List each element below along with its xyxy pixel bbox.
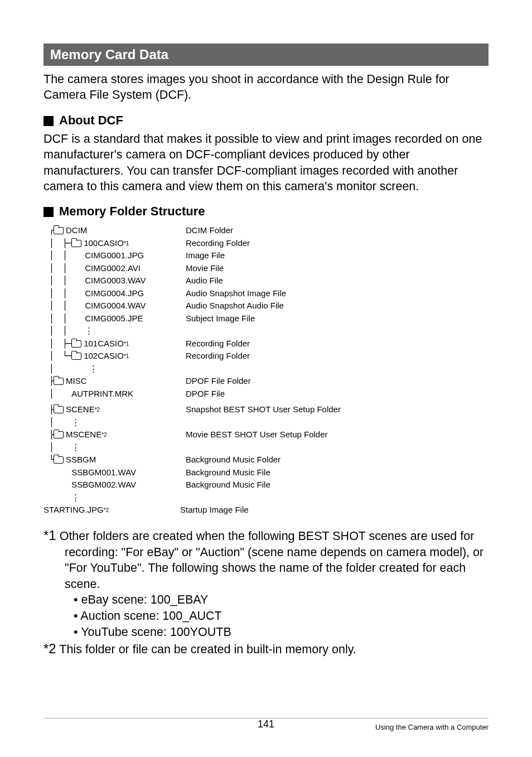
tree-node: CIMG0005.JPE (85, 312, 143, 325)
subhead-about-dcf-label: About DCF (59, 113, 123, 128)
footer-right-text: Using the Camera with a Computer (375, 723, 489, 731)
footnote-2-text: This folder or file can be created in bu… (59, 643, 356, 656)
footnote-1: *1 Other folders are created when the fo… (43, 527, 489, 592)
folder-icon (54, 431, 64, 438)
tree-node: CIMG0003.WAV (85, 274, 146, 287)
tree-sup: *2 (104, 506, 109, 514)
tree-desc: Audio File (186, 274, 223, 287)
tree-node: SSBGM001.WAV (71, 466, 136, 479)
tree-desc: Subject Image File (186, 312, 255, 325)
tree-desc: Movie File (186, 262, 224, 275)
tree-desc: DPOF File Folder (186, 375, 251, 388)
footnote-2-lead: *2 (43, 641, 56, 656)
tree-desc: Snapshot BEST SHOT User Setup Folder (186, 403, 341, 416)
footnote-bullet-text: eBay scene: 100_EBAY (81, 593, 209, 606)
folder-icon (71, 240, 81, 247)
tree-node: SCENE (66, 403, 95, 416)
footnotes-block: *1 Other folders are created when the fo… (43, 527, 489, 658)
tree-node: CIMG0001.JPG (85, 249, 144, 262)
folder-icon (54, 378, 64, 385)
tree-node: SSBGM (66, 454, 96, 466)
subhead-memory-folder: Memory Folder Structure (43, 204, 489, 219)
tree-sup: *2 (95, 406, 100, 414)
footnote-bullet: • Auction scene: 100_AUCT (43, 608, 489, 624)
footnote-2: *2 This folder or file can be created in… (43, 640, 489, 658)
footnote-1-lead: *1 (43, 528, 56, 543)
tree-desc: Background Music File (186, 479, 270, 491)
square-bullet-icon (43, 207, 54, 217)
footnote-bullet: • eBay scene: 100_EBAY (43, 592, 489, 608)
tree-sup: *2 (101, 431, 107, 439)
vdots-icon: ⋮ (89, 363, 98, 375)
tree-desc: Recording Folder (186, 337, 250, 350)
tree-node: CIMG0004.JPG (85, 287, 144, 300)
folder-tree: ┌ DCIMDCIM Folder │ ├─ 100CASIO*1Recordi… (49, 224, 489, 517)
tree-node: 102CASIO (84, 350, 124, 363)
footnote-bullet-text: YouTube scene: 100YOUTB (81, 625, 231, 639)
subhead-memory-folder-label: Memory Folder Structure (59, 204, 205, 219)
tree-desc: Recording Folder (186, 237, 250, 250)
tree-node: STARTING.JPG (43, 504, 104, 517)
tree-node: DCIM (66, 224, 87, 237)
footnote-bullet-text: Auction scene: 100_AUCT (80, 609, 221, 623)
tree-desc: Recording Folder (186, 350, 250, 363)
tree-desc: Audio Snapshot Audio File (186, 300, 284, 312)
tree-node: 101CASIO (84, 337, 124, 350)
footnote-bullet: • YouTube scene: 100YOUTB (43, 624, 489, 640)
footnote-1-text: Other folders are created when the follo… (60, 529, 483, 591)
section-heading: Memory Card Data (43, 44, 489, 66)
vdots-icon: ⋮ (85, 325, 93, 337)
tree-node: MISC (66, 375, 87, 388)
about-dcf-body: DCF is a standard that makes it possible… (43, 131, 489, 195)
page-footer: Using the Camera with a Computer (43, 718, 489, 731)
tree-desc: Background Music Folder (186, 454, 280, 466)
subhead-about-dcf: About DCF (43, 113, 489, 128)
folder-icon (54, 227, 64, 234)
tree-desc: Startup Image File (180, 504, 249, 517)
tree-sup: *1 (124, 340, 129, 348)
tree-desc: Movie BEST SHOT User Setup Folder (186, 428, 328, 441)
tree-sup: *1 (124, 239, 129, 248)
tree-sup: *1 (124, 352, 129, 360)
tree-desc: DPOF File (186, 388, 225, 401)
vdots-icon: ⋮ (71, 416, 80, 429)
folder-icon (71, 340, 81, 348)
tree-node: CIMG0004.WAV (85, 300, 146, 312)
tree-desc: Image File (186, 249, 225, 262)
vdots-icon: ⋮ (71, 491, 80, 504)
square-bullet-icon (43, 116, 54, 126)
tree-node: AUTPRINT.MRK (71, 388, 133, 401)
tree-node: MSCENE (66, 428, 101, 441)
folder-icon (71, 353, 81, 360)
intro-text: The camera stores images you shoot in ac… (43, 71, 489, 103)
vdots-icon: ⋮ (71, 441, 80, 454)
tree-desc: Background Music File (186, 466, 270, 479)
tree-node: 100CASIO (84, 237, 124, 250)
folder-icon (54, 406, 64, 413)
tree-desc: Audio Snapshot Image File (186, 287, 286, 300)
tree-node: CIMG0002.AVI (85, 262, 141, 275)
tree-node: SSBGM002.WAV (71, 479, 136, 491)
folder-icon (54, 456, 64, 464)
tree-desc: DCIM Folder (186, 224, 233, 237)
